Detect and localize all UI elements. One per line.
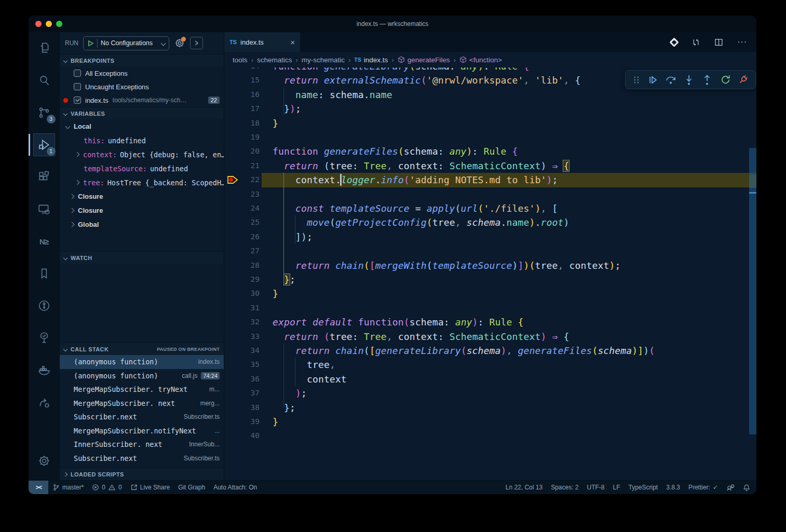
scope-global[interactable]: Global xyxy=(60,217,224,231)
call-stack-frame[interactable]: (anonymous function)index.ts xyxy=(60,355,224,369)
git-branch-status[interactable]: master* xyxy=(48,481,88,494)
disconnect-button[interactable] xyxy=(737,74,749,86)
scope-local[interactable]: Local xyxy=(60,119,224,133)
code-line[interactable]: 24 const templateSource = apply(url('./f… xyxy=(224,201,756,215)
gitlens-icon[interactable] xyxy=(669,37,679,47)
breakpoint-all-exceptions[interactable]: All Exceptions xyxy=(60,66,224,80)
variable-context[interactable]: context: Object {debug: false, en… xyxy=(60,147,224,161)
code-editor[interactable]: 14function generateLibrary(schema: any):… xyxy=(224,67,756,480)
variable-this[interactable]: this: undefined xyxy=(60,133,224,147)
breadcrumb-item[interactable]: generateFiles xyxy=(408,56,450,64)
watch-section-header[interactable]: WATCH xyxy=(60,251,224,264)
breakpoint-uncaught-exceptions[interactable]: Uncaught Exceptions xyxy=(60,80,224,93)
sidebar-item-testing[interactable] xyxy=(29,322,60,354)
git-graph-button[interactable]: Git Graph xyxy=(174,481,209,494)
start-debug-icon[interactable] xyxy=(87,40,94,47)
compare-changes-icon[interactable] xyxy=(692,38,700,47)
feedback-button[interactable] xyxy=(722,481,739,494)
sidebar-item-search[interactable] xyxy=(29,64,60,97)
code-line[interactable]: 39} xyxy=(224,415,756,429)
breakpoint-index-ts[interactable]: index.ts tools/schematics/my-sch… 22 xyxy=(60,93,224,107)
code-line[interactable]: 37 ); xyxy=(224,386,756,400)
sidebar-item-share[interactable] xyxy=(29,386,60,418)
variable-templateSource[interactable]: templateSource: undefined xyxy=(60,161,224,175)
code-line[interactable]: 40 xyxy=(224,429,756,443)
zoom-window-button[interactable] xyxy=(56,21,62,27)
sidebar-item-docker[interactable] xyxy=(29,354,60,386)
problems-status[interactable]: 0 0 xyxy=(88,481,126,494)
indentation-status[interactable]: Spaces: 2 xyxy=(547,481,582,494)
scope-closure-2[interactable]: Closure xyxy=(60,203,224,217)
close-tab-button[interactable]: × xyxy=(290,38,295,47)
tab-index-ts[interactable]: TS index.ts × xyxy=(224,32,300,52)
checkbox[interactable] xyxy=(74,70,81,77)
code-line[interactable]: 27 xyxy=(224,244,756,258)
call-stack-frame[interactable]: MergeMapSubscriber.notifyNext... xyxy=(60,424,224,438)
launch-config-dropdown[interactable]: No Configurations xyxy=(83,36,169,50)
breadcrumb-item[interactable]: index.ts xyxy=(364,56,388,64)
breakpoints-section-header[interactable]: BREAKPOINTS xyxy=(60,54,224,66)
scope-closure-1[interactable]: Closure xyxy=(60,189,224,203)
step-out-button[interactable] xyxy=(701,74,713,86)
eol-status[interactable]: LF xyxy=(609,481,625,494)
continue-button[interactable] xyxy=(647,74,658,86)
editor-scrollbar[interactable] xyxy=(749,67,756,480)
sidebar-item-remote-explorer[interactable] xyxy=(29,193,60,225)
sidebar-item-git-graph[interactable] xyxy=(29,290,60,322)
code-line[interactable]: 18} xyxy=(224,116,756,130)
code-line[interactable]: 20function generateFiles(schema: any): R… xyxy=(224,144,756,158)
minimize-window-button[interactable] xyxy=(46,21,52,27)
code-line[interactable]: 29 }; xyxy=(224,272,756,287)
call-stack-frame[interactable]: Subscriber.nextSubscriber.ts xyxy=(60,410,224,424)
sidebar-item-nx-console[interactable]: N≥ xyxy=(29,225,60,257)
chevron-right-icon[interactable] xyxy=(75,180,80,185)
code-line[interactable]: 30} xyxy=(224,287,756,301)
breakpoint-paused-glyph[interactable] xyxy=(227,175,238,185)
breadcrumb-item[interactable]: schematics xyxy=(257,56,292,64)
step-into-button[interactable] xyxy=(683,74,695,86)
prettier-status[interactable]: Prettier: ✓ xyxy=(684,481,722,494)
breadcrumb-item[interactable]: my-schematic xyxy=(302,56,345,64)
code-line[interactable]: 35 tree, xyxy=(224,358,756,372)
restart-button[interactable] xyxy=(720,74,731,86)
code-line[interactable]: 16 name: schema.name xyxy=(224,88,756,102)
code-line[interactable]: 22 context.logger.info('adding NOTES.md … xyxy=(224,173,756,187)
code-line[interactable]: 26 ]); xyxy=(224,230,756,244)
code-line[interactable]: 38 }; xyxy=(224,401,756,415)
checkbox[interactable] xyxy=(74,97,81,104)
cursor-position-status[interactable]: Ln 22, Col 13 xyxy=(502,481,547,494)
sidebar-item-extensions[interactable] xyxy=(29,161,60,193)
checkbox[interactable] xyxy=(74,83,81,90)
notifications-button[interactable] xyxy=(739,481,756,494)
code-line[interactable]: 25 move(getProjectConfig(tree, schema.na… xyxy=(224,215,756,229)
sidebar-item-bookmarks[interactable] xyxy=(29,257,60,290)
debug-console-button[interactable] xyxy=(190,37,203,49)
auto-attach-status[interactable]: Auto Attach: On xyxy=(209,481,261,494)
loaded-scripts-section-header[interactable]: LOADED SCRIPTS xyxy=(60,468,224,480)
code-line[interactable]: 28 return chain([mergeWith(templateSourc… xyxy=(224,258,756,272)
code-line[interactable]: 21 return (tree: Tree, context: Schemati… xyxy=(224,159,756,173)
code-line[interactable]: 36 context xyxy=(224,372,756,386)
code-line[interactable]: 19 xyxy=(224,130,756,144)
configure-launch-button[interactable] xyxy=(174,37,185,49)
more-actions-icon[interactable]: ··· xyxy=(737,37,747,47)
call-stack-frame[interactable]: Subscriber.nextSubscriber.ts xyxy=(60,452,224,466)
code-line[interactable]: 32export default function(schema: any): … xyxy=(224,315,756,329)
code-line[interactable]: 23 xyxy=(224,187,756,201)
scrollbar-slider[interactable] xyxy=(749,148,756,434)
code-line[interactable]: 31 xyxy=(224,301,756,315)
sidebar-item-source-control[interactable]: 3 xyxy=(29,97,60,129)
call-stack-frame[interactable]: MergeMapSubscriber._tryNextm... xyxy=(60,383,224,397)
variables-section-header[interactable]: VARIABLES xyxy=(60,107,224,119)
call-stack-frame[interactable]: MergeMapSubscriber._nextmerg... xyxy=(60,397,224,411)
sidebar-item-explorer[interactable] xyxy=(29,32,60,64)
close-window-button[interactable] xyxy=(35,21,42,27)
language-mode-status[interactable]: TypeScript xyxy=(625,481,662,494)
variable-tree[interactable]: tree: HostTree {_backend: ScopedH… xyxy=(60,175,224,189)
encoding-status[interactable]: UTF-8 xyxy=(583,481,609,494)
call-stack-section-header[interactable]: CALL STACK PAUSED ON BREAKPOINT xyxy=(60,343,224,355)
breadcrumb-item[interactable]: <function> xyxy=(469,56,502,64)
call-stack-frame[interactable]: (anonymous function)call.js74:24 xyxy=(60,369,224,383)
drag-handle-icon[interactable] xyxy=(632,75,641,85)
call-stack-frame[interactable]: InnerSubscriber._nextInnerSub... xyxy=(60,438,224,452)
